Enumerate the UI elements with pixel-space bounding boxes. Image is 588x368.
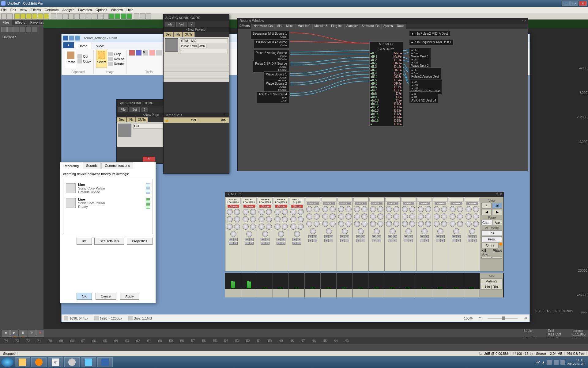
solo-button[interactable]: S — [249, 238, 254, 241]
aux-knob[interactable] — [425, 206, 431, 212]
toolbar-button[interactable] — [145, 13, 151, 19]
mute-button[interactable]: M — [340, 235, 345, 238]
solo-button[interactable]: S — [313, 235, 317, 238]
tray-icon[interactable] — [554, 360, 559, 365]
eq-knob[interactable] — [450, 221, 456, 227]
eq-knob[interactable] — [258, 224, 265, 230]
task-media-player[interactable] — [31, 357, 47, 367]
aux-button[interactable]: Aux — [493, 220, 502, 225]
bus-button[interactable]: - — [388, 239, 392, 242]
stereo-button[interactable]: Stereo — [275, 205, 287, 208]
aux-knob[interactable] — [354, 213, 360, 220]
aux-knob[interactable] — [243, 209, 249, 215]
aux-knob[interactable] — [250, 209, 256, 215]
mixer-channel-strip[interactable]: Stereo MS -- — [448, 197, 464, 271]
mixer-min-button[interactable]: ⊘ — [496, 192, 499, 196]
zoom-out-button[interactable]: ⊖ — [479, 316, 481, 320]
source-node[interactable]: Pulsar2 Analog Source LOut ▸ROut ▸ — [254, 50, 289, 62]
aux-knob[interactable] — [473, 206, 479, 212]
eq-knob[interactable] — [418, 221, 424, 227]
mixer-channel-strip[interactable]: Pulsar2LOut|ROut Stereo MS -- — [225, 197, 241, 271]
aux-knob[interactable] — [361, 213, 368, 220]
toolbar-button[interactable] — [20, 13, 26, 19]
source-node[interactable]: Sequencer Midi Source 1 Out ▸ — [251, 31, 289, 40]
solo-button[interactable]: S — [345, 235, 349, 238]
bus-button[interactable]: - — [452, 239, 456, 242]
aux-knob[interactable] — [434, 206, 440, 212]
aux-knob[interactable] — [258, 216, 265, 222]
device-item[interactable]: LineSonic Core PulsarReady — [65, 196, 150, 210]
routing-tab-midi[interactable]: Midi — [275, 24, 284, 29]
pan-knob[interactable] — [230, 231, 236, 237]
aux-knob[interactable] — [227, 209, 233, 215]
mute-button[interactable]: M — [324, 235, 329, 238]
pan-knob[interactable] — [294, 231, 300, 237]
routing-tab-plug-ins[interactable]: Plug-Ins — [329, 24, 345, 29]
aux-knob[interactable] — [466, 213, 472, 220]
eq-knob[interactable] — [409, 221, 415, 227]
bus-button[interactable]: - — [229, 242, 233, 245]
eq-knob[interactable] — [386, 221, 392, 227]
device-list[interactable]: LineSonic Core PulsarDefault Device Line… — [63, 179, 153, 234]
aux-knob[interactable] — [338, 213, 344, 220]
menu-edit[interactable]: Edit — [10, 8, 16, 12]
bus-button[interactable]: - — [245, 242, 249, 245]
bus-button[interactable]: - — [308, 239, 313, 242]
eq-knob[interactable] — [266, 224, 272, 230]
menu-options[interactable]: Options — [96, 8, 107, 12]
ok-button[interactable]: OK — [77, 293, 92, 300]
aux-knob[interactable] — [250, 216, 256, 222]
mute-button[interactable]: M — [356, 235, 360, 238]
ribbon-tab-view[interactable]: View — [92, 43, 108, 49]
pan-knob[interactable] — [246, 231, 252, 237]
solo-button[interactable]: S — [393, 235, 397, 238]
aux-knob[interactable] — [322, 213, 328, 220]
aux-knob[interactable] — [386, 206, 392, 212]
mute-button[interactable]: M — [261, 238, 265, 241]
eq-knob[interactable] — [234, 224, 240, 230]
pan-knob[interactable] — [374, 228, 380, 234]
tray-flag-icon[interactable]: ▲ — [542, 360, 545, 364]
eq-knob[interactable] — [370, 221, 376, 227]
routing-tab-mixer[interactable]: Mixer — [284, 24, 296, 29]
crop-button[interactable]: Crop — [108, 52, 124, 56]
aux-knob[interactable] — [393, 206, 399, 212]
device-icon[interactable] — [165, 38, 178, 52]
set-default-button[interactable]: Set Default ▾ — [94, 238, 124, 245]
maximize-button[interactable]: ▭ — [570, 1, 578, 6]
bus-button[interactable]: - — [261, 242, 265, 245]
pan-knob[interactable] — [390, 228, 396, 234]
eq-knob[interactable] — [466, 221, 472, 227]
bus-button[interactable]: - — [281, 242, 285, 245]
routing-canvas[interactable]: Sequencer Midi Source 1 Out ▸Pulsar2 MID… — [238, 29, 528, 171]
toolbar-button[interactable] — [97, 13, 103, 19]
aux-knob[interactable] — [282, 216, 288, 222]
tab-effects[interactable]: Effects — [12, 20, 28, 25]
aux-knob[interactable] — [282, 209, 288, 215]
eq-knob[interactable] — [338, 221, 344, 227]
device-item[interactable]: LineSonic Core PulsarDefault Device — [65, 181, 150, 196]
volume-icon[interactable] — [560, 360, 565, 365]
bus-button[interactable]: - — [372, 239, 376, 242]
stereo-button[interactable]: Stereo — [243, 205, 255, 208]
toolbar-button[interactable] — [86, 13, 91, 19]
mixer-channel-strip[interactable]: Stereo MS -- — [385, 197, 401, 271]
eq-knob[interactable] — [314, 221, 320, 227]
aux-knob[interactable] — [274, 209, 281, 215]
toolbar-button[interactable] — [115, 13, 120, 19]
aux-knob[interactable] — [402, 213, 408, 220]
mixer-channel-strip[interactable]: Stereo MS -- — [432, 197, 448, 271]
routing-tab-softwareios[interactable]: Software IOs — [360, 24, 382, 29]
toolbar-button[interactable] — [92, 13, 97, 19]
toolbar-button[interactable] — [26, 13, 32, 19]
eq-knob[interactable] — [290, 224, 296, 230]
eq-knob[interactable] — [402, 221, 408, 227]
zoom-in-button[interactable]: ⊕ — [524, 316, 527, 320]
solo-button[interactable]: S — [297, 238, 301, 241]
toolbar-button[interactable] — [109, 13, 115, 19]
fill-icon[interactable] — [136, 50, 141, 56]
toolbar-button[interactable] — [14, 13, 20, 19]
routing-close-button[interactable]: × — [524, 19, 526, 22]
aux-knob[interactable] — [377, 213, 383, 220]
aux-knob[interactable] — [450, 213, 456, 220]
